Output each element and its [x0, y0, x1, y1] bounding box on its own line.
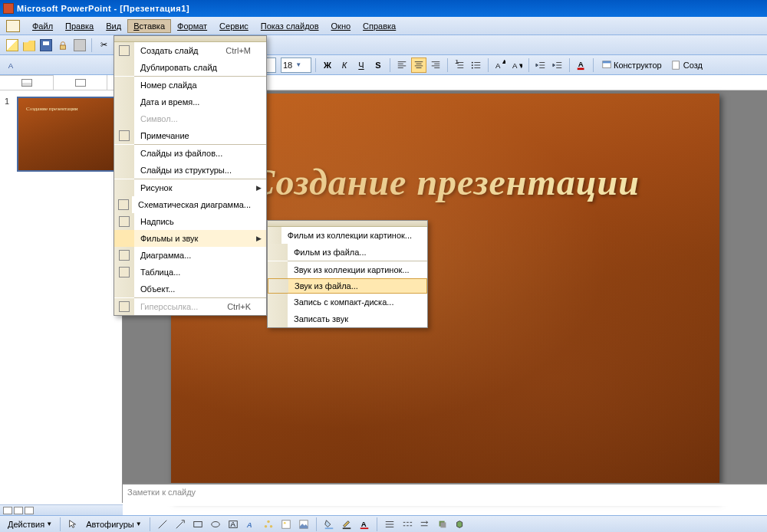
increase-font-button[interactable]: A▲ [492, 57, 508, 73]
menu-insert[interactable]: Вставка [127, 19, 171, 33]
save-button[interactable] [38, 38, 54, 53]
menu-item-label: Рисунок [134, 183, 251, 192]
outline-tab[interactable] [0, 75, 54, 90]
shadow-style-button[interactable] [435, 517, 450, 531]
menu-item-label: Дата и время... [134, 97, 251, 107]
menu-item-label: Схематическая диаграмма... [132, 200, 251, 209]
fill-color-button[interactable] [321, 517, 337, 531]
menu-item-label: Символ... [134, 114, 251, 123]
insert-menu-item[interactable]: Дублировать слайд [114, 59, 266, 76]
italic-button[interactable]: К [337, 57, 352, 73]
hyperlink-icon [119, 301, 130, 312]
svg-rect-26 [281, 520, 290, 528]
align-left-button[interactable] [394, 57, 410, 73]
line-style-button[interactable] [382, 517, 397, 531]
insert-menu-item[interactable]: Таблица... [114, 264, 266, 281]
numbering-button[interactable]: 1 [452, 57, 467, 73]
picture-button[interactable] [296, 517, 311, 531]
dash-style-button[interactable] [400, 517, 415, 531]
insert-menu-item[interactable]: Схематическая диаграмма... [114, 196, 266, 213]
font-size-combo[interactable]: 18▼ [281, 57, 311, 73]
document-icon[interactable] [6, 20, 20, 32]
clipart-button[interactable] [278, 517, 294, 531]
menu-item-label: Фильмы и звук [134, 234, 251, 243]
menu-drag-handle[interactable] [114, 36, 266, 42]
svg-line-16 [158, 520, 166, 528]
svg-point-27 [284, 521, 286, 524]
svg-rect-30 [342, 527, 351, 529]
insert-menu-item[interactable]: Дата и время... [114, 94, 266, 110]
menu-item-label: Таблица... [134, 268, 251, 277]
table-icon [119, 267, 130, 277]
permission-button[interactable] [55, 38, 71, 53]
align-center-button[interactable] [411, 57, 426, 73]
arrow-style-button[interactable] [417, 517, 433, 531]
sorter-view-button[interactable] [14, 507, 23, 514]
bullets-button[interactable] [469, 57, 484, 73]
align-right-button[interactable] [428, 57, 443, 73]
notes-pane[interactable]: Заметки к слайду [123, 483, 767, 506]
menu-file[interactable]: Файл [26, 19, 59, 33]
menu-item-label: Гиперссылка... [134, 302, 212, 311]
underline-button[interactable]: Ч [354, 57, 369, 73]
menu-slideshow[interactable]: Показ слайдов [255, 19, 325, 33]
arrow-button[interactable] [173, 517, 188, 531]
menu-window[interactable]: Окно [325, 19, 357, 33]
sound-menu-item[interactable]: Звук из файла... [268, 278, 427, 294]
increase-indent-button[interactable] [550, 57, 565, 73]
menu-item-label: Фильм из файла... [288, 248, 412, 257]
menu-format[interactable]: Формат [171, 19, 213, 33]
insert-menu-item[interactable]: Рисунок▶ [114, 179, 266, 196]
slide-thumbnail[interactable]: Создание презентации [17, 97, 117, 172]
select-objects-button[interactable] [65, 517, 81, 531]
open-button[interactable] [21, 38, 37, 53]
draw-actions-menu[interactable]: Действия ▼ [5, 518, 55, 530]
insert-menu-item[interactable]: Слайды из файлов... [114, 145, 266, 162]
slides-tab[interactable] [54, 75, 107, 90]
decrease-font-button[interactable]: A▼ [509, 57, 525, 73]
textbox-button[interactable]: A [225, 517, 241, 531]
normal-view-button[interactable] [3, 507, 12, 514]
sound-menu-item[interactable]: Звук из коллекции картинок... [268, 261, 427, 278]
insert-menu-item[interactable]: Диаграмма... [114, 247, 266, 264]
menu-item-label: Записать звук [288, 314, 412, 323]
oval-button[interactable] [208, 517, 223, 531]
print-button[interactable] [72, 38, 87, 53]
menu-edit[interactable]: Правка [59, 19, 100, 33]
slideshow-view-button[interactable] [25, 507, 34, 514]
shadow-button[interactable]: S [370, 57, 386, 73]
new-button[interactable] [5, 38, 20, 53]
submenu-drag-handle[interactable] [268, 221, 427, 227]
menu-tools[interactable]: Сервис [213, 19, 255, 33]
insert-menu-item[interactable]: Фильмы и звук▶ [114, 230, 266, 247]
insert-menu-item[interactable]: Номер слайда [114, 77, 266, 94]
font-color-draw-button[interactable]: A [357, 517, 372, 531]
wordart-button[interactable]: A [243, 517, 258, 531]
diagram-button[interactable] [261, 517, 276, 531]
insert-menu-item[interactable]: Надпись [114, 213, 266, 230]
menu-view[interactable]: Вид [100, 19, 127, 33]
insert-menu-dropdown: Создать слайдCtrl+MДублировать слайдНоме… [114, 35, 267, 316]
sound-menu-item[interactable]: Запись с компакт-диска... [268, 294, 427, 310]
insert-menu-item[interactable]: Создать слайдCtrl+M [114, 42, 266, 59]
autoshapes-menu[interactable]: Автофигуры ▼ [83, 518, 145, 530]
font-dialog-button[interactable]: A [5, 57, 20, 73]
font-color-button[interactable]: A [574, 57, 589, 73]
line-button[interactable] [155, 517, 170, 531]
rectangle-button[interactable] [190, 517, 206, 531]
menu-help[interactable]: Справка [357, 19, 402, 33]
decrease-indent-button[interactable] [533, 57, 548, 73]
designer-button[interactable]: Конструктор [597, 57, 666, 73]
cut-button[interactable]: ✂ [96, 38, 111, 53]
line-color-button[interactable] [339, 517, 354, 531]
svg-rect-32 [360, 527, 368, 529]
bold-button[interactable]: Ж [320, 57, 335, 73]
3d-style-button[interactable] [453, 517, 468, 531]
new-slide-toolbar-button[interactable]: Созд [667, 57, 706, 73]
insert-menu-item[interactable]: Объект... [114, 281, 266, 297]
sound-menu-item[interactable]: Фильм из коллекции картинок... [268, 227, 427, 244]
insert-menu-item[interactable]: Слайды из структуры... [114, 162, 266, 179]
sound-menu-item[interactable]: Фильм из файла... [268, 244, 427, 261]
insert-menu-item[interactable]: Примечание [114, 127, 266, 144]
sound-menu-item[interactable]: Записать звук [268, 310, 427, 327]
